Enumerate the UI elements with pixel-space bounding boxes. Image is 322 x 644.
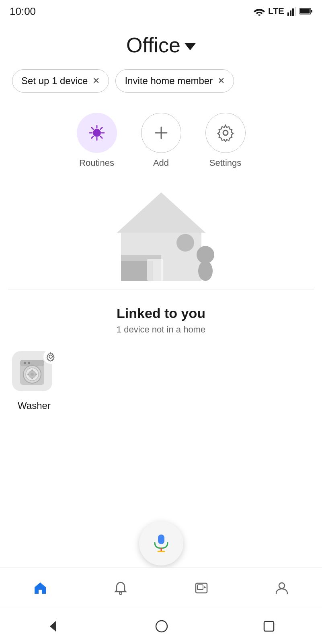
nav-notifications[interactable] [105, 577, 136, 599]
home-name: Office [126, 33, 180, 57]
nav-home[interactable] [25, 577, 55, 599]
settings-circle [205, 113, 246, 153]
voice-area [139, 521, 183, 566]
routines-label: Routines [79, 158, 114, 168]
svg-point-21 [176, 234, 194, 252]
svg-marker-48 [50, 621, 56, 632]
chevron-down-icon [185, 43, 196, 50]
microphone-icon [151, 533, 172, 554]
svg-point-18 [223, 130, 228, 135]
svg-point-7 [93, 129, 101, 137]
action-row: Routines Add Settings [0, 101, 322, 176]
bell-icon [113, 581, 128, 595]
settings-badge-icon [46, 352, 55, 361]
house-svg [97, 180, 226, 285]
linked-subtitle: 1 device not in a home [12, 324, 310, 335]
svg-rect-2 [292, 8, 294, 16]
home-nav-icon [33, 581, 47, 595]
svg-point-35 [31, 369, 33, 371]
svg-point-37 [27, 374, 29, 375]
battery-icon [299, 8, 312, 15]
wifi-icon [254, 7, 265, 16]
svg-point-38 [35, 374, 37, 375]
android-nav [0, 608, 322, 644]
svg-rect-0 [287, 12, 289, 16]
washer-icon-wrapper [12, 351, 56, 395]
svg-rect-3 [295, 7, 296, 16]
setup-device-chip[interactable]: Set up 1 device ✕ [12, 69, 109, 93]
svg-rect-50 [264, 621, 274, 631]
header[interactable]: Office [0, 21, 322, 65]
lte-icon: LTE [268, 6, 284, 17]
svg-point-30 [28, 362, 30, 364]
signal-icon [287, 7, 296, 16]
add-circle [141, 113, 181, 153]
device-settings-badge [43, 349, 58, 364]
washer-label: Washer [18, 400, 51, 411]
routines-circle [77, 113, 117, 153]
status-time: 10:00 [10, 5, 36, 18]
back-icon [47, 619, 61, 634]
profile-icon [275, 581, 289, 595]
svg-rect-1 [290, 10, 291, 16]
back-button[interactable] [47, 619, 61, 634]
settings-action[interactable]: Settings [205, 113, 246, 168]
square-recents-icon [263, 620, 275, 633]
washer-icon [18, 357, 47, 386]
bottom-nav [0, 568, 322, 608]
svg-rect-5 [311, 10, 312, 12]
svg-point-29 [24, 362, 26, 364]
svg-point-47 [279, 583, 285, 588]
svg-line-13 [100, 136, 102, 138]
voice-button[interactable] [139, 521, 183, 566]
svg-point-36 [31, 378, 33, 379]
recents-button[interactable] [263, 620, 275, 633]
svg-line-12 [91, 128, 93, 129]
svg-rect-6 [300, 9, 310, 14]
home-illustration [0, 176, 322, 289]
media-icon [194, 581, 209, 595]
invite-chip-close[interactable]: ✕ [217, 76, 225, 86]
setup-chip-label: Set up 1 device [21, 75, 88, 87]
add-action[interactable]: Add [141, 113, 181, 168]
invite-member-chip[interactable]: Invite home member ✕ [115, 69, 234, 93]
svg-rect-26 [147, 259, 163, 281]
linked-section: Linked to you 1 device not in a home [0, 289, 322, 419]
svg-rect-40 [158, 535, 164, 544]
svg-rect-45 [197, 585, 203, 590]
svg-point-43 [119, 592, 122, 594]
plus-icon [153, 125, 169, 141]
svg-marker-19 [117, 192, 205, 233]
svg-line-15 [91, 136, 93, 138]
linked-title: Linked to you [12, 305, 310, 321]
svg-point-49 [156, 621, 167, 632]
svg-line-14 [100, 128, 102, 129]
invite-chip-label: Invite home member [125, 75, 213, 87]
gear-icon [217, 124, 234, 142]
home-button[interactable] [154, 619, 169, 634]
settings-label: Settings [209, 158, 242, 168]
chip-row: Set up 1 device ✕ Invite home member ✕ [0, 65, 322, 101]
setup-chip-close[interactable]: ✕ [92, 76, 100, 86]
svg-point-34 [31, 373, 34, 376]
home-title[interactable]: Office [126, 33, 196, 57]
svg-marker-46 [204, 586, 206, 588]
status-icons: LTE [254, 6, 312, 17]
nav-profile[interactable] [267, 577, 297, 599]
circle-home-icon [154, 619, 169, 634]
svg-point-25 [198, 261, 213, 281]
nav-media[interactable] [186, 577, 217, 599]
add-label: Add [153, 158, 169, 168]
status-bar: 10:00 LTE [0, 0, 322, 21]
svg-point-39 [49, 355, 52, 358]
sun-icon [87, 123, 107, 142]
routines-action[interactable]: Routines [77, 113, 117, 168]
washer-device-card[interactable]: Washer [12, 351, 56, 411]
